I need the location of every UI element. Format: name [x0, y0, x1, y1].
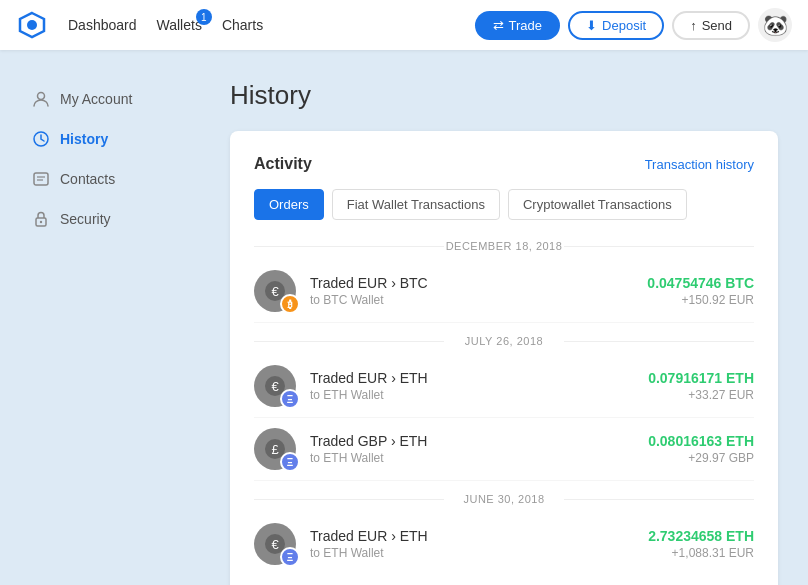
tx-info: Traded GBP › ETH to ETH Wallet — [310, 433, 648, 465]
tx-badge: Ξ — [280, 547, 300, 567]
history-icon — [32, 130, 50, 148]
nav-links: Dashboard Wallets 1 Charts — [60, 13, 475, 37]
tx-info: Traded EUR › BTC to BTC Wallet — [310, 275, 647, 307]
layout: My Account History Contacts Security — [0, 50, 808, 585]
trade-button[interactable]: ⇄ Trade — [475, 11, 560, 40]
tx-fiat-amount: +29.97 GBP — [648, 451, 754, 465]
send-icon: ↑ — [690, 18, 697, 33]
svg-text:€: € — [271, 537, 279, 552]
tx-crypto-amount: 0.07916171 ETH — [648, 370, 754, 386]
tx-amount: 0.07916171 ETH +33.27 EUR — [648, 370, 754, 402]
tab-fiat-wallet[interactable]: Fiat Wallet Transactions — [332, 189, 500, 220]
sidebar-security-label: Security — [60, 211, 111, 227]
sidebar-item-account[interactable]: My Account — [20, 80, 200, 118]
svg-text:€: € — [271, 284, 279, 299]
svg-rect-4 — [34, 173, 48, 185]
svg-point-1 — [27, 20, 37, 30]
tx-icon-wrapper: € Ξ — [254, 523, 296, 565]
tx-crypto-amount: 0.08016163 ETH — [648, 433, 754, 449]
avatar[interactable]: 🐼 — [758, 8, 792, 42]
deposit-button[interactable]: ⬇ Deposit — [568, 11, 664, 40]
tab-orders[interactable]: Orders — [254, 189, 324, 220]
tx-subtitle: to BTC Wallet — [310, 293, 647, 307]
tab-cryptowallet[interactable]: Cryptowallet Transactions — [508, 189, 687, 220]
page-title: History — [230, 80, 778, 111]
tx-fiat-amount: +150.92 EUR — [647, 293, 754, 307]
table-row: € Ξ Traded EUR › ETH to ETH Wallet 2.732… — [254, 513, 754, 575]
security-icon — [32, 210, 50, 228]
tx-subtitle: to ETH Wallet — [310, 546, 648, 560]
topnav: Dashboard Wallets 1 Charts ⇄ Trade ⬇ Dep… — [0, 0, 808, 50]
tx-icon-wrapper: € Ξ — [254, 365, 296, 407]
tx-amount: 0.08016163 ETH +29.97 GBP — [648, 433, 754, 465]
svg-point-8 — [40, 221, 42, 223]
tx-info: Traded EUR › ETH to ETH Wallet — [310, 370, 648, 402]
deposit-icon: ⬇ — [586, 18, 597, 33]
tab-group: Orders Fiat Wallet Transactions Cryptowa… — [254, 189, 754, 220]
trade-icon: ⇄ — [493, 18, 504, 33]
svg-point-2 — [38, 93, 45, 100]
tx-amount: 0.04754746 BTC +150.92 EUR — [647, 275, 754, 307]
svg-text:£: £ — [271, 442, 279, 457]
nav-charts[interactable]: Charts — [214, 13, 271, 37]
nav-dashboard[interactable]: Dashboard — [60, 13, 145, 37]
card-header: Activity Transaction history — [254, 155, 754, 173]
send-button[interactable]: ↑ Send — [672, 11, 750, 40]
tx-icon-wrapper: € ₿ — [254, 270, 296, 312]
sidebar-item-contacts[interactable]: Contacts — [20, 160, 200, 198]
tx-badge: Ξ — [280, 452, 300, 472]
main-content: History Activity Transaction history Ord… — [220, 50, 808, 585]
transaction-history-link[interactable]: Transaction history — [645, 157, 754, 172]
tx-title: Traded EUR › BTC — [310, 275, 647, 291]
tx-icon-wrapper: £ Ξ — [254, 428, 296, 470]
tx-title: Traded GBP › ETH — [310, 433, 648, 449]
sidebar: My Account History Contacts Security — [0, 50, 220, 585]
svg-text:€: € — [271, 379, 279, 394]
tx-subtitle: to ETH Wallet — [310, 388, 648, 402]
sidebar-item-security[interactable]: Security — [20, 200, 200, 238]
date-separator-2: JULY 26, 2018 — [254, 335, 754, 347]
activity-title: Activity — [254, 155, 312, 173]
table-row: £ Ξ Traded GBP › ETH to ETH Wallet 0.080… — [254, 418, 754, 481]
tx-info: Traded EUR › ETH to ETH Wallet — [310, 528, 648, 560]
history-card: Activity Transaction history Orders Fiat… — [230, 131, 778, 585]
nav-wallets[interactable]: Wallets 1 — [149, 13, 210, 37]
sidebar-contacts-label: Contacts — [60, 171, 115, 187]
tx-badge: ₿ — [280, 294, 300, 314]
tx-fiat-amount: +1,088.31 EUR — [648, 546, 754, 560]
table-row: € Ξ Traded EUR › ETH to ETH Wallet 0.079… — [254, 355, 754, 418]
sidebar-item-history[interactable]: History — [20, 120, 200, 158]
sidebar-history-label: History — [60, 131, 108, 147]
date-separator-3: JUNE 30, 2018 — [254, 493, 754, 505]
tx-fiat-amount: +33.27 EUR — [648, 388, 754, 402]
tx-badge: Ξ — [280, 389, 300, 409]
date-separator-1: DECEMBER 18, 2018 — [254, 240, 754, 252]
tx-amount: 2.73234658 ETH +1,088.31 EUR — [648, 528, 754, 560]
table-row: € ₿ Traded EUR › BTC to BTC Wallet 0.047… — [254, 260, 754, 323]
sidebar-account-label: My Account — [60, 91, 132, 107]
wallets-badge: 1 — [196, 9, 212, 25]
logo — [16, 9, 48, 41]
tx-title: Traded EUR › ETH — [310, 528, 648, 544]
contacts-icon — [32, 170, 50, 188]
topnav-actions: ⇄ Trade ⬇ Deposit ↑ Send 🐼 — [475, 8, 792, 42]
account-icon — [32, 90, 50, 108]
tx-crypto-amount: 2.73234658 ETH — [648, 528, 754, 544]
tx-title: Traded EUR › ETH — [310, 370, 648, 386]
tx-subtitle: to ETH Wallet — [310, 451, 648, 465]
tx-crypto-amount: 0.04754746 BTC — [647, 275, 754, 291]
